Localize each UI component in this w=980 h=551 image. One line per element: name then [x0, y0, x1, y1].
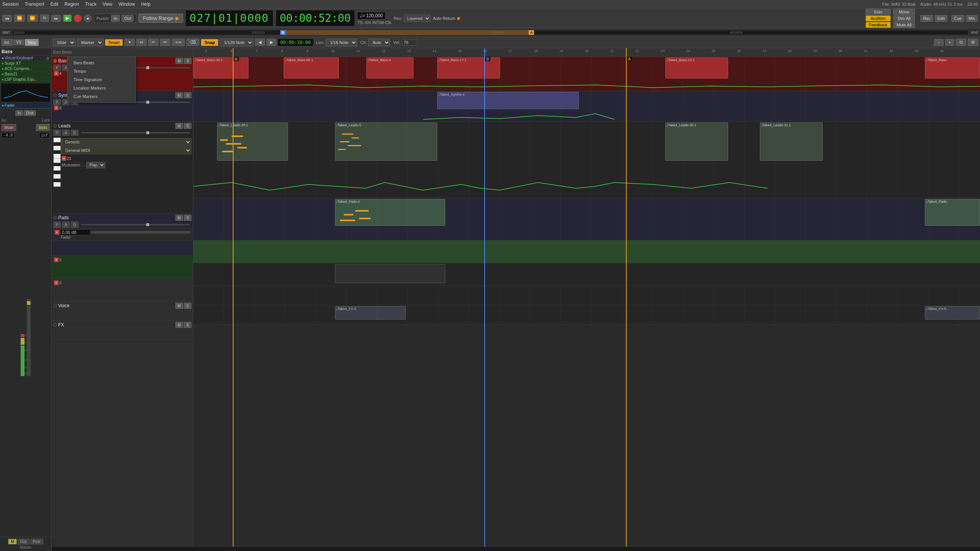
menu-help[interactable]: Help — [141, 2, 150, 7]
empty-plugin-close[interactable]: × — [54, 280, 59, 285]
smart-button[interactable]: Smart — [105, 39, 123, 46]
tool-range[interactable]: ⇔ — [136, 39, 147, 46]
int-button[interactable]: Int. — [2, 39, 13, 46]
feedback-button[interactable]: Feedback — [866, 22, 891, 28]
pads-clip-2[interactable]: ♩Take4_Pads- — [925, 199, 980, 226]
fx-clip-1[interactable]: ♩Take4_FX-2 — [335, 306, 406, 320]
general-midi-select[interactable]: General MIDI — [61, 147, 191, 154]
leads-p-btn[interactable]: P — [53, 130, 61, 136]
tool-draw[interactable]: ✏ — [160, 39, 170, 46]
keyboard-toggle[interactable]: ▣ — [46, 56, 50, 60]
tool-erase[interactable]: ⌫ — [186, 39, 199, 46]
punch-out-button[interactable]: Out — [121, 15, 134, 22]
pads-m-btn[interactable]: M — [175, 215, 183, 221]
mute-btn[interactable]: Mute — [2, 124, 16, 131]
nav-left[interactable]: ◀ — [255, 39, 265, 46]
ch-select[interactable]: Auto — [368, 39, 390, 46]
synths-m-btn[interactable]: M — [175, 92, 183, 98]
rec-mode-select[interactable]: Layered — [404, 15, 431, 22]
play-select[interactable]: Play — [86, 162, 105, 168]
tool-select[interactable]: ✦ — [124, 39, 135, 46]
pads-clip-1[interactable]: ♩Take4_Pads-4 — [335, 199, 445, 226]
snap-value-select[interactable]: 1/128 Note — [220, 39, 253, 46]
a-marker-range[interactable]: A — [529, 30, 534, 35]
zoom-in-icon[interactable]: + — [945, 39, 954, 46]
nav-right[interactable]: ▶ — [266, 39, 276, 46]
leads-clip-4[interactable]: ♩Take4_Leads-31.1 — [760, 122, 823, 161]
bass-p-btn[interactable]: P — [53, 65, 61, 71]
range-track[interactable]: B A 1|00|00 16|00|00 31|00|00 46|00|00 — [12, 30, 969, 35]
left-disk-btn[interactable]: Disk — [24, 110, 36, 116]
menu-edit[interactable]: Edit — [51, 2, 59, 7]
leads-clip-1[interactable]: ♩Take4_Leads-28.1 — [217, 122, 288, 161]
back-button[interactable]: ⏪ — [14, 15, 25, 22]
bass-plugin-close[interactable]: × — [54, 71, 59, 76]
bass-m-btn[interactable]: M — [175, 58, 183, 64]
dim-all-button[interactable]: Dim All — [893, 15, 915, 21]
voice-m-btn[interactable]: M — [175, 303, 183, 309]
rewind-button[interactable]: ⏮ — [2, 15, 12, 22]
pads-fader-bar[interactable] — [91, 231, 190, 233]
synths-s-btn[interactable]: S — [184, 92, 191, 98]
vs-button[interactable]: VS — [13, 39, 24, 45]
tool-edit[interactable]: ✂ — [148, 39, 158, 46]
pads-fader-close[interactable]: × — [55, 230, 59, 235]
leads-a-btn[interactable]: A — [62, 130, 70, 136]
dd-cue-markers[interactable]: Cue Markers — [67, 92, 136, 101]
solo-button[interactable]: Solo — [866, 9, 891, 15]
bass-clip-2[interactable]: ♩Take4_Bass-80.1 — [284, 57, 339, 78]
synths-p-btn[interactable]: P — [53, 99, 61, 105]
fx-clip-2[interactable]: ♩Take4_FX-5. — [925, 306, 980, 320]
pads-fader[interactable] — [81, 224, 190, 225]
pads-s-btn[interactable]: S — [184, 215, 191, 221]
mix-btn[interactable]: Mix — [966, 15, 978, 22]
generic-select[interactable]: Generic — [61, 138, 191, 146]
voice-rec-arm[interactable] — [53, 304, 57, 308]
dd-tempo[interactable]: Tempo — [67, 67, 136, 75]
pads-a-btn[interactable]: A — [62, 222, 70, 228]
synths-plugin-close[interactable]: × — [54, 106, 59, 110]
tempo-value[interactable]: ♩= 120,000 — [357, 12, 385, 20]
len-select[interactable]: 1/16 Note — [326, 39, 357, 46]
menu-session[interactable]: Session — [2, 2, 19, 7]
stop-button[interactable]: Stop — [25, 39, 39, 46]
audition-button[interactable]: Audition — [866, 15, 891, 21]
menu-view[interactable]: View — [103, 2, 113, 7]
leads-rec-arm[interactable] — [53, 124, 57, 128]
post-btn[interactable]: Post — [30, 539, 43, 544]
cue-btn[interactable]: Cue — [951, 15, 964, 22]
solo-small-btn[interactable]: Solo — [36, 124, 50, 131]
zoom-out-icon[interactable]: − — [934, 39, 943, 46]
fit-icon[interactable]: ⊡ — [956, 39, 966, 46]
punch-in-button[interactable]: In — [111, 15, 120, 22]
vel-input[interactable] — [402, 39, 417, 46]
leads-clip-3[interactable]: ♩Take4_Leads-30.1 — [665, 122, 728, 161]
fx-s-btn[interactable]: S — [184, 322, 191, 328]
leads-s-btn[interactable]: S — [184, 123, 191, 129]
green-plugin-close[interactable]: × — [54, 258, 59, 262]
voice-s-btn[interactable]: S — [184, 303, 191, 309]
bass-rec-arm[interactable] — [53, 59, 57, 63]
marker-select[interactable]: Marker — [77, 39, 103, 46]
next-button[interactable]: ⏭ — [51, 15, 61, 22]
bass-clip-1[interactable]: ♩Take4_Bass-39.1 — [193, 57, 248, 78]
fx-rec-arm[interactable] — [53, 323, 57, 327]
dd-bars-beats[interactable]: Bars:Beats — [67, 59, 136, 67]
forward-button[interactable]: ⏩ — [27, 15, 38, 22]
leads-clip-2[interactable]: ♩Take4_Leads-5 — [335, 122, 437, 161]
leads-m-btn[interactable]: M — [175, 123, 183, 129]
m-btn[interactable]: M — [8, 539, 16, 544]
follow-range-button[interactable]: Follow Range ◉ — [139, 14, 183, 23]
pads-g-btn[interactable]: G — [71, 222, 78, 228]
bass-clip-5[interactable]: ♩Take4_Bass-15.1 — [665, 57, 728, 78]
mute-all-button[interactable]: Mute All — [893, 22, 915, 28]
leads-g-btn[interactable]: G — [71, 130, 78, 136]
left-in-btn[interactable]: In — [15, 110, 23, 116]
leads-fader[interactable] — [81, 132, 190, 134]
pads-p-btn[interactable]: P — [53, 222, 61, 228]
bass-s-btn[interactable]: S — [184, 58, 191, 64]
dd-time-sig[interactable]: Time Signature — [67, 75, 136, 84]
pads-fader-input[interactable]: 0,00 dB — [60, 229, 91, 235]
edit-btn[interactable]: Edit — [935, 15, 947, 22]
rec-btn[interactable]: Rec — [920, 15, 933, 22]
